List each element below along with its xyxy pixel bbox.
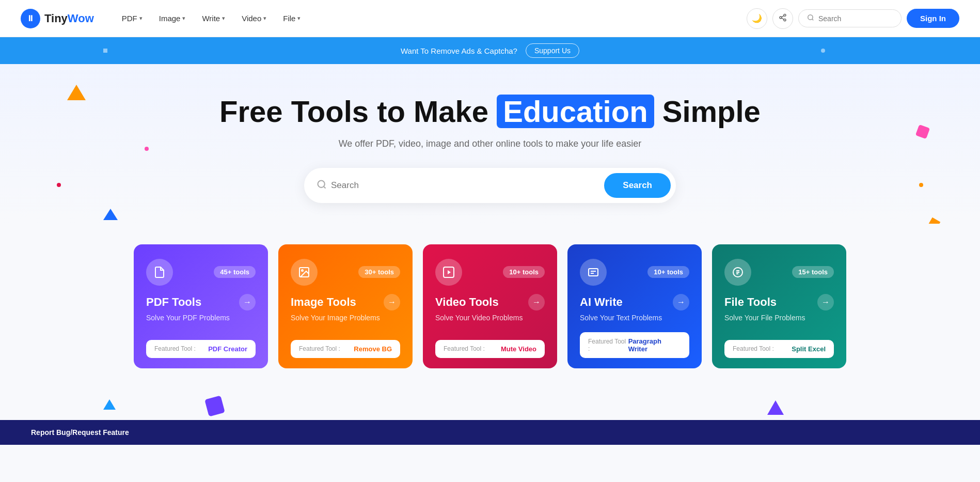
hero-search-icon xyxy=(317,179,327,192)
navbar: ⏸ TinyWow PDF ▾ Image ▾ Write ▾ Video ▾ … xyxy=(0,0,980,37)
headline-highlight: Education xyxy=(497,95,654,128)
card-top-image: 30+ tools xyxy=(291,259,400,286)
image-featured-link[interactable]: Remove BG xyxy=(354,345,392,353)
nav-item-file[interactable]: File ▾ xyxy=(276,10,308,27)
deco-red-dot xyxy=(57,183,61,187)
nav-item-image[interactable]: Image ▾ xyxy=(152,10,193,27)
navbar-search-input[interactable] xyxy=(818,14,893,23)
dark-mode-button[interactable]: 🌙 xyxy=(747,8,767,29)
svg-point-2 xyxy=(784,19,786,21)
pdf-title: PDF Tools xyxy=(146,296,201,309)
pdf-icon-circle xyxy=(146,259,173,286)
ai-subtitle: Solve Your Text Problems xyxy=(580,314,689,322)
headline-part2: Simple xyxy=(654,95,761,128)
ai-footer: Featured Tool : Paragraph Writer xyxy=(580,332,689,358)
image-title-row: Image Tools → xyxy=(291,294,400,310)
tool-card-pdf[interactable]: 45+ tools PDF Tools → Solve Your PDF Pro… xyxy=(134,244,268,368)
logo-text: TinyWow xyxy=(44,12,94,25)
nav-item-write[interactable]: Write ▾ xyxy=(195,10,232,27)
image-featured-label: Featured Tool : xyxy=(299,345,340,352)
moon-icon: 🌙 xyxy=(752,13,762,23)
support-us-button[interactable]: Support Us xyxy=(526,43,579,58)
hero-search-input[interactable] xyxy=(331,180,604,191)
search-icon xyxy=(807,14,814,23)
ai-arrow-icon: → xyxy=(673,294,689,310)
report-bug-button[interactable]: Report Bug/Request Feature xyxy=(31,428,129,437)
file-arrow-icon: → xyxy=(817,294,834,310)
svg-point-0 xyxy=(784,14,786,16)
file-icon-circle xyxy=(724,259,751,286)
deco-purple-triangle-right xyxy=(767,400,784,415)
file-subtitle: Solve Your File Problems xyxy=(724,314,834,322)
deco-orange-square xyxy=(928,217,941,224)
file-footer: Featured Tool : Split Excel xyxy=(724,340,834,358)
share-icon xyxy=(779,13,787,24)
svg-point-5 xyxy=(808,15,813,20)
svg-line-4 xyxy=(782,15,784,17)
file-featured-label: Featured Tool : xyxy=(733,345,774,352)
svg-line-6 xyxy=(812,19,814,21)
tool-card-image[interactable]: 30+ tools Image Tools → Solve Your Image… xyxy=(278,244,413,368)
bottom-bar: Report Bug/Request Feature xyxy=(0,420,980,445)
chevron-down-icon: ▾ xyxy=(222,15,225,22)
promo-banner: Want To Remove Ads & Captcha? Support Us xyxy=(0,37,980,64)
video-featured-link[interactable]: Mute Video xyxy=(501,345,536,353)
card-top-video: 10+ tools xyxy=(435,259,545,286)
file-title: File Tools xyxy=(724,296,777,309)
pdf-featured-link[interactable]: PDF Creator xyxy=(208,345,247,353)
svg-line-8 xyxy=(324,186,326,189)
share-button[interactable] xyxy=(772,8,793,29)
chevron-down-icon: ▾ xyxy=(182,15,185,22)
nav-items: PDF ▾ Image ▾ Write ▾ Video ▾ File ▾ xyxy=(115,10,730,27)
image-icon-circle xyxy=(291,259,318,286)
pdf-badge: 45+ tools xyxy=(214,266,256,278)
pdf-arrow-icon: → xyxy=(239,294,256,310)
deco-blue-triangle-bottom xyxy=(103,399,116,410)
logo-icon: ⏸ xyxy=(21,9,40,28)
nav-item-video[interactable]: Video ▾ xyxy=(234,10,274,27)
file-title-row: File Tools → xyxy=(724,294,834,310)
hero-section: Free Tools to Make Education Simple We o… xyxy=(0,64,980,224)
file-featured-link[interactable]: Split Excel xyxy=(792,345,826,353)
pdf-featured-label: Featured Tool : xyxy=(154,345,196,352)
deco-dot xyxy=(103,49,107,53)
file-badge: 15+ tools xyxy=(792,266,834,278)
svg-point-7 xyxy=(318,180,325,187)
nav-item-pdf[interactable]: PDF ▾ xyxy=(115,10,150,27)
pdf-title-row: PDF Tools → xyxy=(146,294,256,310)
logo[interactable]: ⏸ TinyWow xyxy=(21,9,94,28)
ai-featured-label: Featured Tool : xyxy=(588,338,628,352)
ai-featured-link[interactable]: Paragraph Writer xyxy=(628,337,681,353)
svg-point-1 xyxy=(780,17,782,19)
ai-title-row: AI Write → xyxy=(580,294,689,310)
image-subtitle: Solve Your Image Problems xyxy=(291,314,400,322)
signin-button[interactable]: Sign In xyxy=(907,9,959,28)
svg-marker-12 xyxy=(448,270,451,274)
hero-search-button[interactable]: Search xyxy=(604,173,671,198)
video-icon-circle xyxy=(435,259,462,286)
hero-subtitle: We offer PDF, video, image and other onl… xyxy=(21,138,959,149)
navbar-search[interactable] xyxy=(798,9,902,27)
chevron-down-icon: ▾ xyxy=(297,15,301,22)
deco-area xyxy=(0,389,980,420)
chevron-down-icon: ▾ xyxy=(263,15,266,22)
tool-cards-section: 45+ tools PDF Tools → Solve Your PDF Pro… xyxy=(0,224,980,389)
headline-part1: Free Tools to Make xyxy=(219,95,497,128)
ai-icon-circle xyxy=(580,259,607,286)
video-featured-label: Featured Tool : xyxy=(444,345,485,352)
tool-card-file[interactable]: 15+ tools File Tools → Solve Your File P… xyxy=(712,244,846,368)
tool-card-ai[interactable]: 10+ tools AI Write → Solve Your Text Pro… xyxy=(567,244,702,368)
image-arrow-icon: → xyxy=(384,294,400,310)
svg-point-10 xyxy=(302,270,303,271)
chevron-down-icon: ▾ xyxy=(139,15,143,22)
deco-dot2 xyxy=(821,49,825,53)
card-top-file: 15+ tools xyxy=(724,259,834,286)
nav-right: 🌙 Sign In xyxy=(747,8,959,29)
ai-title: AI Write xyxy=(580,296,623,309)
image-footer: Featured Tool : Remove BG xyxy=(291,340,400,358)
tool-card-video[interactable]: 10+ tools Video Tools → Solve Your Video… xyxy=(423,244,557,368)
hero-headline: Free Tools to Make Education Simple xyxy=(21,95,959,128)
hero-search-container: Search xyxy=(304,168,676,203)
pdf-footer: Featured Tool : PDF Creator xyxy=(146,340,256,358)
video-subtitle: Solve Your Video Problems xyxy=(435,314,545,322)
